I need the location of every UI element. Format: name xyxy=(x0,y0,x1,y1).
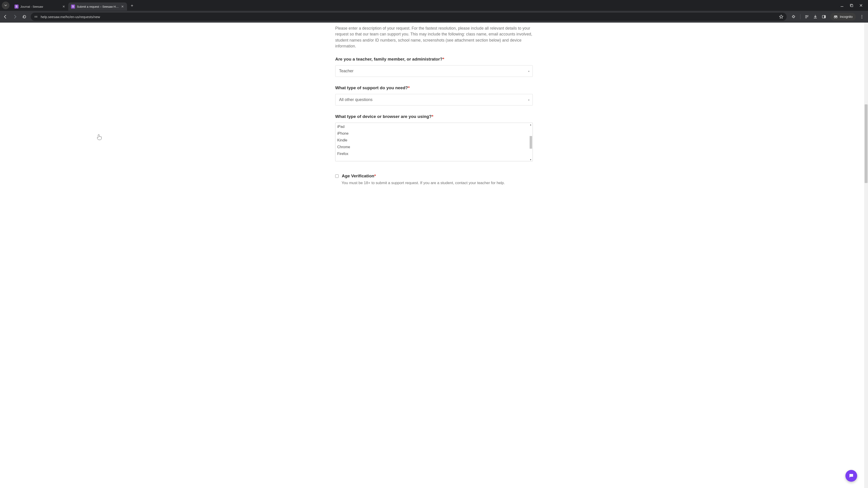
reload-button[interactable] xyxy=(21,13,28,20)
age-verification-row: Age Verification* xyxy=(335,173,533,178)
age-verification-label-text: Age Verification xyxy=(342,173,374,178)
svg-point-12 xyxy=(862,16,862,17)
svg-point-10 xyxy=(836,17,837,18)
page-scrollbar-thumb[interactable] xyxy=(865,104,868,183)
device-select-open[interactable]: iPad iPhone Kindle Chrome Firefox ▴ ▾ xyxy=(335,123,533,161)
bookmark-icon[interactable] xyxy=(779,14,783,19)
svg-point-9 xyxy=(834,17,835,18)
device-option-firefox[interactable]: Firefox xyxy=(336,151,529,157)
maximize-button[interactable] xyxy=(850,4,853,7)
tab-title: Submit a request – Seesaw Help xyxy=(77,5,119,8)
incognito-badge[interactable]: Incognito xyxy=(830,13,856,21)
listbox-scroll-up[interactable]: ▴ xyxy=(529,123,532,126)
role-field: Are you a teacher, family member, or adm… xyxy=(335,57,533,77)
listbox-scroll-down[interactable]: ▾ xyxy=(529,158,532,161)
browser-tab[interactable]: S Journal - Seesaw ✕ xyxy=(12,2,68,11)
role-select[interactable]: Teacher xyxy=(335,65,533,77)
downloads-icon[interactable] xyxy=(813,14,817,19)
incognito-label: Incognito xyxy=(840,15,852,19)
window-controls xyxy=(840,4,866,7)
device-label: What type of device or browser are you u… xyxy=(335,114,533,119)
support-type-select[interactable]: All other questions xyxy=(335,94,533,105)
support-type-label-text: What type of support do you need? xyxy=(335,86,408,90)
close-tab-button[interactable]: ✕ xyxy=(121,5,124,8)
device-option-iphone[interactable]: iPhone xyxy=(336,130,529,137)
required-mark: * xyxy=(432,114,434,119)
tab-title: Journal - Seesaw xyxy=(20,5,60,8)
role-label-text: Are you a teacher, family member, or adm… xyxy=(335,57,442,61)
svg-rect-3 xyxy=(35,16,36,17)
tab-search-button[interactable] xyxy=(2,2,9,9)
svg-point-11 xyxy=(862,15,862,15)
device-option-chrome[interactable]: Chrome xyxy=(336,144,529,151)
svg-rect-0 xyxy=(841,6,843,7)
age-verification-label: Age Verification* xyxy=(342,173,376,178)
address-bar[interactable]: help.seesaw.me/hc/en-us/requests/new xyxy=(31,13,786,21)
support-type-label: What type of support do you need?* xyxy=(335,86,533,90)
page-scrollbar-track[interactable] xyxy=(864,23,868,488)
svg-point-13 xyxy=(862,18,862,18)
site-info-icon[interactable] xyxy=(34,15,38,19)
menu-icon[interactable] xyxy=(860,15,864,19)
back-button[interactable] xyxy=(2,13,8,20)
device-option-kindle[interactable]: Kindle xyxy=(336,137,529,144)
page-viewport: Please enter a description of your reque… xyxy=(0,23,868,488)
extensions-icon[interactable] xyxy=(792,14,796,19)
age-verification-checkbox[interactable] xyxy=(335,174,339,178)
cursor-icon xyxy=(97,134,102,140)
role-value: Teacher xyxy=(339,69,353,73)
svg-rect-5 xyxy=(36,16,37,17)
toolbar-actions: Incognito xyxy=(790,13,866,21)
media-control-icon[interactable] xyxy=(804,14,809,19)
svg-rect-4 xyxy=(35,17,36,18)
device-option-ipad[interactable]: iPad xyxy=(336,123,529,130)
sidepanel-icon[interactable] xyxy=(822,14,826,19)
favicon-icon: S xyxy=(14,4,19,8)
description-help-text: Please enter a description of your reque… xyxy=(335,25,533,49)
svg-rect-6 xyxy=(36,17,37,18)
required-mark: * xyxy=(374,173,376,178)
svg-rect-2 xyxy=(851,5,853,7)
support-type-field: What type of support do you need?* All o… xyxy=(335,86,533,105)
required-mark: * xyxy=(442,57,444,61)
svg-rect-8 xyxy=(824,15,826,18)
incognito-icon xyxy=(833,15,838,18)
chat-icon xyxy=(848,473,854,479)
minimize-button[interactable] xyxy=(840,4,844,7)
age-verification-sub: You must be 18+ to submit a support requ… xyxy=(335,181,533,185)
listbox-scroll-thumb[interactable] xyxy=(530,136,532,149)
browser-toolbar: help.seesaw.me/hc/en-us/requests/new Inc… xyxy=(0,11,868,23)
url-text: help.seesaw.me/hc/en-us/requests/new xyxy=(41,15,776,19)
required-mark: * xyxy=(408,86,410,90)
role-label: Are you a teacher, family member, or adm… xyxy=(335,57,533,62)
new-tab-button[interactable]: ＋ xyxy=(129,2,135,8)
device-label-text: What type of device or browser are you u… xyxy=(335,114,432,119)
forward-button[interactable] xyxy=(12,13,18,20)
device-field: What type of device or browser are you u… xyxy=(335,114,533,161)
close-tab-button[interactable]: ✕ xyxy=(62,5,66,8)
close-window-button[interactable] xyxy=(860,4,863,7)
chat-fab[interactable] xyxy=(845,470,857,482)
browser-tab-active[interactable]: S Submit a request – Seesaw Help ✕ xyxy=(68,2,127,11)
support-type-value: All other questions xyxy=(339,97,373,102)
favicon-icon: S xyxy=(71,4,75,8)
tab-strip: S Journal - Seesaw ✕ S Submit a request … xyxy=(0,0,868,11)
